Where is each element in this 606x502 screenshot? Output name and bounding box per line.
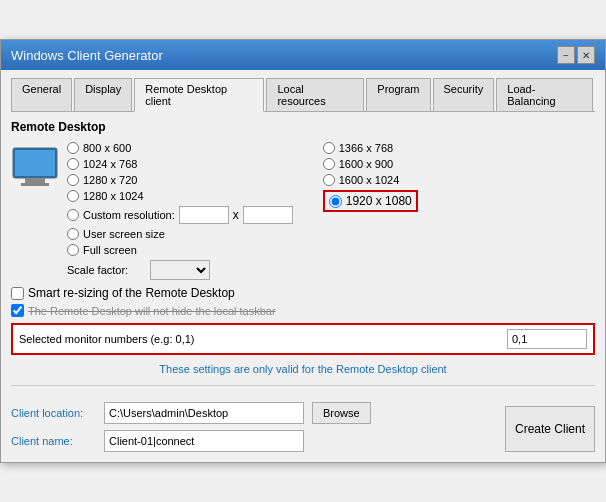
radio-1280x720-label: 1280 x 720 — [83, 174, 137, 186]
resolution-area: 800 x 600 1024 x 768 1280 x 720 — [67, 142, 595, 280]
radio-1600x900-label: 1600 x 900 — [339, 158, 393, 170]
radio-1920x1080-input[interactable] — [329, 195, 342, 208]
radio-user-screen-label: User screen size — [83, 228, 165, 240]
monitor-numbers-label: Selected monitor numbers (e.g: 0,1) — [19, 333, 499, 345]
tab-security[interactable]: Security — [433, 78, 495, 111]
scale-factor-select[interactable] — [150, 260, 210, 280]
hide-taskbar-label: The Remote Desktop will not hide the loc… — [28, 305, 276, 317]
monitor-icon — [11, 146, 59, 188]
radio-1024x768-input[interactable] — [67, 158, 79, 170]
custom-resolution-x-input[interactable] — [179, 206, 229, 224]
smart-resize-row: Smart re-sizing of the Remote Desktop — [11, 286, 595, 300]
radio-800x600-input[interactable] — [67, 142, 79, 154]
radio-fullscreen-input[interactable] — [67, 244, 79, 256]
resolution-col-left: 800 x 600 1024 x 768 1280 x 720 — [67, 142, 293, 256]
tab-display[interactable]: Display — [74, 78, 132, 111]
tab-bar: General Display Remote Desktop client Lo… — [11, 78, 595, 112]
radio-1280x720-input[interactable] — [67, 174, 79, 186]
tab-program[interactable]: Program — [366, 78, 430, 111]
radio-1600x900-input[interactable] — [323, 158, 335, 170]
radio-1366x768: 1366 x 768 — [323, 142, 418, 154]
monitor-numbers-box: Selected monitor numbers (e.g: 0,1) — [11, 323, 595, 355]
rdp-inner: 800 x 600 1024 x 768 1280 x 720 — [11, 142, 595, 280]
separator — [11, 385, 595, 386]
hide-taskbar-row: The Remote Desktop will not hide the loc… — [11, 304, 595, 317]
smart-resize-checkbox[interactable] — [11, 287, 24, 300]
radio-1280x1024-input[interactable] — [67, 190, 79, 202]
radio-1280x1024: 1280 x 1024 — [67, 190, 293, 202]
radio-1600x1024-input[interactable] — [323, 174, 335, 186]
tab-load-balancing[interactable]: Load-Balancing — [496, 78, 593, 111]
scale-factor-label: Scale factor: — [67, 264, 142, 276]
window-title: Windows Client Generator — [11, 48, 163, 63]
resolution-col-right: 1366 x 768 1600 x 900 1600 x 1024 — [323, 142, 418, 256]
minimize-button[interactable]: − — [557, 46, 575, 64]
tab-local-resources[interactable]: Local resources — [266, 78, 364, 111]
radio-1280x1024-label: 1280 x 1024 — [83, 190, 144, 202]
title-bar-controls: − ✕ — [557, 46, 595, 64]
client-location-input[interactable] — [104, 402, 304, 424]
radio-1920x1080-label: 1920 x 1080 — [346, 194, 412, 208]
radio-1024x768-label: 1024 x 768 — [83, 158, 137, 170]
radio-user-screen-input[interactable] — [67, 228, 79, 240]
section-title: Remote Desktop — [11, 120, 595, 134]
radio-1280x720: 1280 x 720 — [67, 174, 293, 186]
radio-1600x1024: 1600 x 1024 — [323, 174, 418, 186]
client-name-label: Client name: — [11, 435, 96, 447]
radio-1600x900: 1600 x 900 — [323, 158, 418, 170]
radio-fullscreen-label: Full screen — [83, 244, 137, 256]
custom-res-sep: x — [233, 208, 239, 222]
svg-rect-3 — [21, 183, 49, 186]
smart-resize-label: Smart re-sizing of the Remote Desktop — [28, 286, 235, 300]
close-button[interactable]: ✕ — [577, 46, 595, 64]
radio-1366x768-label: 1366 x 768 — [339, 142, 393, 154]
radio-1366x768-input[interactable] — [323, 142, 335, 154]
svg-rect-2 — [25, 178, 45, 183]
radio-user-screen: User screen size — [67, 228, 293, 240]
custom-resolution-y-input[interactable] — [243, 206, 293, 224]
radio-custom-input[interactable] — [67, 209, 79, 221]
client-location-row: Client location: Browse — [11, 402, 497, 424]
svg-rect-1 — [15, 150, 55, 176]
scale-factor-row: Scale factor: — [67, 260, 595, 280]
custom-resolution-label: Custom resolution: — [83, 209, 175, 221]
radio-800x600-label: 800 x 600 — [83, 142, 131, 154]
content-area: General Display Remote Desktop client Lo… — [1, 70, 605, 462]
bottom-section: Client location: Browse Client name: Cre… — [11, 396, 595, 452]
radio-fullscreen: Full screen — [67, 244, 293, 256]
custom-resolution-row: Custom resolution: x — [67, 206, 293, 224]
radio-1600x1024-label: 1600 x 1024 — [339, 174, 400, 186]
radio-1920x1080-highlight: 1920 x 1080 — [323, 190, 418, 212]
remote-desktop-section: Remote Desktop — [11, 120, 595, 375]
browse-button[interactable]: Browse — [312, 402, 371, 424]
note-text: These settings are only valid for the Re… — [11, 363, 595, 375]
hide-taskbar-checkbox[interactable] — [11, 304, 24, 317]
tab-remote-desktop-client[interactable]: Remote Desktop client — [134, 78, 264, 112]
main-window: Windows Client Generator − ✕ General Dis… — [0, 39, 606, 463]
client-location-label: Client location: — [11, 407, 96, 419]
bottom-fields: Client location: Browse Client name: — [11, 396, 497, 452]
tab-general[interactable]: General — [11, 78, 72, 111]
monitor-icon-area — [11, 142, 59, 280]
client-name-input[interactable] — [104, 430, 304, 452]
radio-800x600: 800 x 600 — [67, 142, 293, 154]
monitor-numbers-input[interactable] — [507, 329, 587, 349]
resolution-columns: 800 x 600 1024 x 768 1280 x 720 — [67, 142, 595, 256]
client-name-row: Client name: — [11, 430, 497, 452]
radio-1024x768: 1024 x 768 — [67, 158, 293, 170]
title-bar: Windows Client Generator − ✕ — [1, 40, 605, 70]
create-client-button[interactable]: Create Client — [505, 406, 595, 452]
